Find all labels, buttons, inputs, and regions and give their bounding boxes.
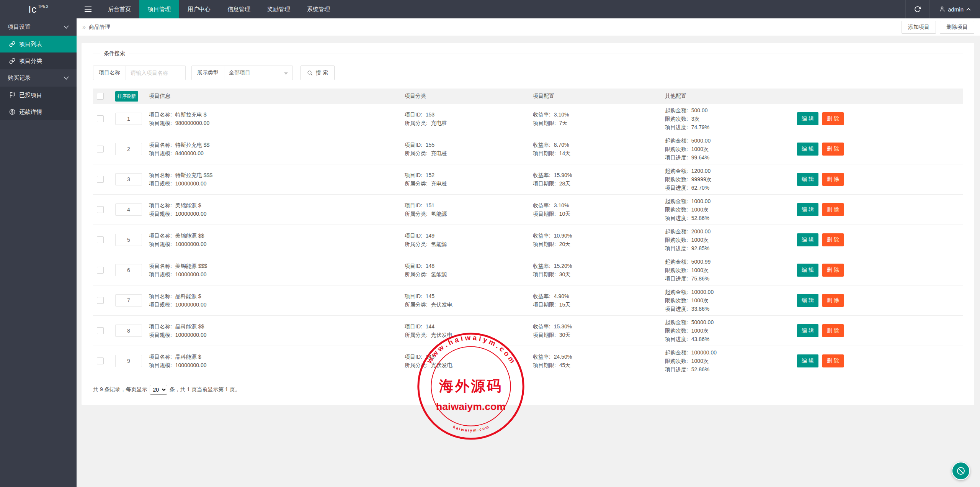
sort-order-input[interactable]: 2 <box>115 143 142 155</box>
sidebar-item-project-category[interactable]: 项目分类 <box>0 52 77 69</box>
purchase-limit-label: 限购次数: <box>665 297 688 303</box>
sort-order-input[interactable]: 9 <box>115 355 142 367</box>
yield-rate-label: 收益率: <box>533 142 550 148</box>
project-category-value: 充电桩 <box>431 150 447 156</box>
nav-item-projects[interactable]: 项目管理 <box>139 0 179 18</box>
sort-order-input[interactable]: 4 <box>115 203 142 216</box>
pagination-prefix: 共 9 条记录，每页显示 <box>93 386 147 393</box>
edit-button[interactable]: 编 辑 <box>797 143 818 156</box>
edit-button[interactable]: 编 辑 <box>797 294 818 307</box>
sort-order-input[interactable]: 3 <box>115 173 142 185</box>
project-id-label: 项目ID: <box>405 172 422 178</box>
sort-order-input[interactable]: 1 <box>115 113 142 125</box>
row-checkbox[interactable] <box>97 297 104 304</box>
delete-button[interactable]: 删 除 <box>822 203 844 216</box>
project-progress-label: 项目进度: <box>665 215 688 221</box>
project-period-value: 45天 <box>559 362 571 368</box>
min-purchase-label: 起购金额: <box>665 289 688 295</box>
min-purchase-value: 1000.00 <box>691 198 711 204</box>
refresh-button[interactable] <box>905 0 930 18</box>
row-checkbox[interactable] <box>97 267 104 274</box>
purchase-limit-value: 3次 <box>691 116 700 122</box>
breadcrumb-arrow-icon: » <box>82 24 86 31</box>
delete-button[interactable]: 删 除 <box>822 264 844 277</box>
nav-item-home[interactable]: 后台首页 <box>100 0 139 18</box>
delete-button[interactable]: 删 除 <box>822 143 844 156</box>
pagination-suffix: 条，共 1 页当前显示第 1 页。 <box>170 386 240 393</box>
edit-button[interactable]: 编 辑 <box>797 264 818 277</box>
row-checkbox[interactable] <box>97 115 104 122</box>
yield-rate-label: 收益率: <box>533 354 550 360</box>
sort-order-input[interactable]: 8 <box>115 325 142 337</box>
delete-button[interactable]: 删 除 <box>822 324 844 337</box>
project-name-input[interactable] <box>126 66 185 80</box>
row-checkbox[interactable] <box>97 236 104 243</box>
min-purchase-value: 1200.00 <box>691 168 711 174</box>
delete-button[interactable]: 删 除 <box>822 233 844 246</box>
sidebar-item-repayment-details[interactable]: 还款详情 <box>0 103 77 120</box>
search-legend: 条件搜索 <box>100 50 129 57</box>
user-menu[interactable]: admin <box>930 0 980 18</box>
edit-button[interactable]: 编 辑 <box>797 324 818 337</box>
nav-item-info[interactable]: 信息管理 <box>219 0 259 18</box>
select-arrow-icon <box>284 72 288 75</box>
sidebar-group-purchase-records[interactable]: 购买记录 <box>0 69 77 87</box>
project-progress-label: 项目进度: <box>665 185 688 191</box>
display-type-select[interactable]: 全部项目 <box>224 66 292 80</box>
row-checkbox[interactable] <box>97 176 104 183</box>
sidebar-group-project-settings[interactable]: 项目设置 <box>0 18 77 36</box>
add-project-button[interactable]: 添加项目 <box>902 21 936 34</box>
project-category-label: 所属分类: <box>405 332 428 338</box>
project-name-field-label: 项目名称 <box>93 66 126 80</box>
page-size-select[interactable]: 20 <box>150 385 167 395</box>
edit-button[interactable]: 编 辑 <box>797 233 818 246</box>
brand-logo[interactable]: Ic TP5.3 <box>0 0 77 18</box>
sort-refresh-button[interactable]: 排序刷新 <box>115 91 138 102</box>
sort-order-input[interactable]: 6 <box>115 264 142 276</box>
edit-button[interactable]: 编 辑 <box>797 354 818 367</box>
user-icon <box>939 6 945 12</box>
project-id-label: 项目ID: <box>405 263 422 269</box>
delete-button[interactable]: 删 除 <box>822 294 844 307</box>
edit-button[interactable]: 编 辑 <box>797 112 818 125</box>
purchase-limit-label: 限购次数: <box>665 267 688 273</box>
nav-item-system[interactable]: 系统管理 <box>299 0 338 18</box>
nav-item-users[interactable]: 用户中心 <box>179 0 219 18</box>
project-scale-label: 项目规模: <box>149 211 172 217</box>
sidebar-item-invested-projects[interactable]: 已投项目 <box>0 87 77 103</box>
project-period-label: 项目期限: <box>533 362 556 368</box>
row-checkbox[interactable] <box>97 146 104 152</box>
sort-order-input[interactable]: 7 <box>115 294 142 307</box>
row-checkbox[interactable] <box>97 327 104 334</box>
edit-button[interactable]: 编 辑 <box>797 173 818 186</box>
display-type-value: 全部项目 <box>229 69 250 76</box>
row-checkbox[interactable] <box>97 357 104 364</box>
min-purchase-label: 起购金额: <box>665 198 688 204</box>
min-purchase-label: 起购金额: <box>665 138 688 144</box>
sort-order-input[interactable]: 5 <box>115 234 142 246</box>
sidebar-item-project-list[interactable]: 项目列表 <box>0 36 77 52</box>
delete-project-button[interactable]: 删除项目 <box>940 21 974 34</box>
breadcrumb-bar: » 商品管理 添加项目 删除项目 <box>77 18 980 36</box>
search-fieldset: 条件搜索 项目名称 展示类型 全部项目 <box>93 54 963 80</box>
top-nav: 后台首页 项目管理 用户中心 信息管理 奖励管理 系统管理 <box>100 0 338 18</box>
project-progress-value: 62.70% <box>691 185 709 191</box>
delete-button[interactable]: 删 除 <box>822 112 844 125</box>
select-all-checkbox[interactable] <box>97 93 104 100</box>
edit-button[interactable]: 编 辑 <box>797 203 818 216</box>
menu-toggle-button[interactable] <box>77 0 100 18</box>
row-checkbox[interactable] <box>97 206 104 213</box>
project-scale-value: 10000000.00 <box>175 180 207 187</box>
nav-item-rewards[interactable]: 奖励管理 <box>259 0 299 18</box>
project-scale-label: 项目规模: <box>149 120 172 126</box>
delete-button[interactable]: 删 除 <box>822 354 844 367</box>
purchase-limit-label: 限购次数: <box>665 358 688 364</box>
project-id-value: 155 <box>426 142 434 148</box>
pagination: 共 9 条记录，每页显示 20 条，共 1 页当前显示第 1 页。 <box>93 385 963 395</box>
project-scale-label: 项目规模: <box>149 332 172 338</box>
table-row: 5 项目名称: 美锦能源 $$ 项目规模: 10000000.00 项目ID: … <box>93 225 963 255</box>
delete-button[interactable]: 删 除 <box>822 173 844 186</box>
project-scale-value: 10000000.00 <box>175 271 207 277</box>
search-button[interactable]: 搜 索 <box>301 66 335 80</box>
floating-action-button[interactable] <box>952 462 970 480</box>
